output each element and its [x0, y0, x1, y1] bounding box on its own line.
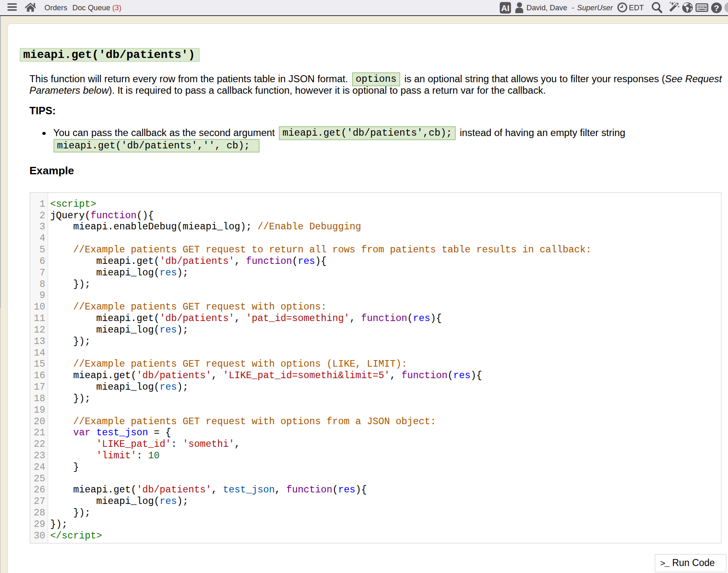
svg-text:?: ?	[714, 3, 719, 12]
svg-text:AI: AI	[501, 4, 510, 13]
